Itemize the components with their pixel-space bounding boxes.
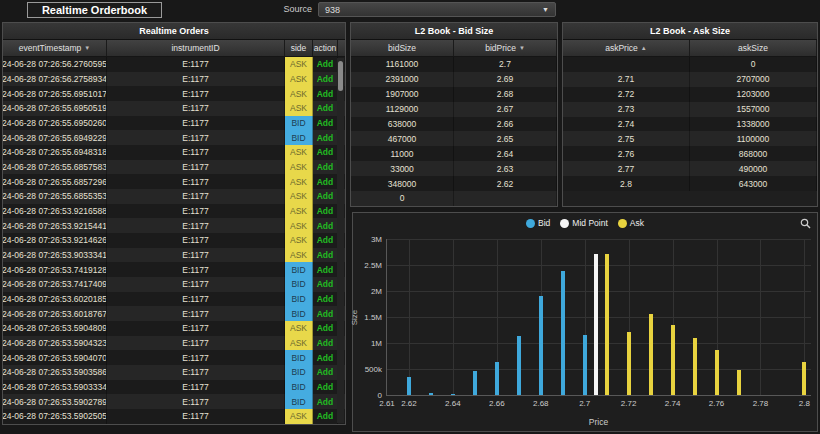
table-row[interactable]: 2024-06-28 07:26:53.590333474E:1177BIDAd… <box>3 380 345 395</box>
cell-side: BID <box>285 394 313 409</box>
column-header-action[interactable]: action <box>313 40 338 56</box>
cell-action: Add <box>313 248 338 263</box>
bar-ask[interactable] <box>737 370 741 395</box>
table-row[interactable]: 0 <box>563 57 817 72</box>
chevron-down-icon: ▼ <box>542 6 549 13</box>
column-header-side[interactable]: side <box>285 40 313 56</box>
table-row[interactable]: 11610002.7 <box>351 57 557 72</box>
source-dropdown[interactable]: 938 ▼ <box>318 2 556 17</box>
table-row[interactable]: 2024-06-28 07:26:53.590432373E:1177ASKAd… <box>3 336 345 351</box>
gridline <box>387 343 811 344</box>
table-row[interactable]: 2.731557000 <box>563 102 817 117</box>
bar-bid[interactable] <box>451 394 455 395</box>
table-row[interactable]: 2.8643000 <box>563 176 817 191</box>
table-row[interactable]: 2.741338000 <box>563 117 817 132</box>
cell-eventTimestamp: 2024-06-28 07:26:53.590278975 <box>3 394 107 409</box>
bar-ask[interactable] <box>715 350 719 395</box>
table-row[interactable]: 2024-06-28 07:26:53.921462647E:1177ASKAd… <box>3 233 345 248</box>
table-row[interactable]: 110002.64 <box>351 146 557 161</box>
column-header-bidPrice[interactable]: bidPrice▼ <box>454 40 557 56</box>
table-row[interactable]: 2024-06-28 07:26:53.590358674E:1177BIDAd… <box>3 365 345 380</box>
bar-ask[interactable] <box>605 254 609 395</box>
table-row[interactable]: 2024-06-28 07:26:55.685535323E:1177ASKAd… <box>3 189 345 204</box>
cell-instrumentID: E:1177 <box>107 394 285 409</box>
table-row[interactable]: 2024-06-28 07:26:53.590278975E:1177BIDAd… <box>3 394 345 409</box>
table-row[interactable]: 19070002.68 <box>351 87 557 102</box>
cell-bidSize: 1907000 <box>351 87 454 102</box>
table-row[interactable]: 2024-06-28 07:26:53.903334129E:1177ASKAd… <box>3 248 345 263</box>
column-header-eventTimestamp[interactable]: eventTimestamp▼ <box>3 40 107 56</box>
legend-item-ask[interactable]: Ask <box>618 218 644 228</box>
cell-askPrice: 2.71 <box>563 72 690 87</box>
cell-askPrice: 2.74 <box>563 117 690 132</box>
cell-instrumentID: E:1177 <box>107 409 285 424</box>
table-row[interactable]: 11290002.67 <box>351 102 557 117</box>
bar-ask[interactable] <box>693 338 697 395</box>
table-row[interactable]: 2.77490000 <box>563 161 817 176</box>
column-header-bidSize[interactable]: bidSize <box>351 40 454 56</box>
bar-bid[interactable] <box>561 271 565 395</box>
table-row[interactable]: 4670002.65 <box>351 131 557 146</box>
table-row[interactable]: 2024-06-28 07:26:53.921544146E:1177ASKAd… <box>3 218 345 233</box>
chart-legend: BidMid PointAsk <box>353 218 817 228</box>
bar-ask[interactable] <box>649 314 653 395</box>
cell-bidPrice: 2.7 <box>454 57 557 72</box>
orders-scrollbar[interactable] <box>337 58 344 423</box>
cell-action: Add <box>313 380 338 395</box>
bar-bid[interactable] <box>583 335 587 395</box>
table-row[interactable]: 2024-06-28 07:26:55.685729621E:1177ASKAd… <box>3 174 345 189</box>
table-row[interactable]: 2024-06-28 07:26:53.741740953E:1177BIDAd… <box>3 277 345 292</box>
bar-ask[interactable] <box>802 362 806 395</box>
table-row[interactable]: 2024-06-28 07:26:55.694922929E:1177BIDAd… <box>3 130 345 145</box>
table-row[interactable]: 23910002.69 <box>351 72 557 87</box>
table-row[interactable]: 6380002.66 <box>351 117 557 132</box>
table-row[interactable]: 3480002.62 <box>351 176 557 191</box>
legend-item-bid[interactable]: Bid <box>526 218 550 228</box>
table-row[interactable]: 2024-06-28 07:26:53.601876758E:1177BIDAd… <box>3 306 345 321</box>
bar-bid[interactable] <box>473 371 477 395</box>
column-header-askPrice[interactable]: askPrice▲ <box>563 40 690 56</box>
bar-bid[interactable] <box>495 362 499 395</box>
legend-item-mid-point[interactable]: Mid Point <box>560 218 607 228</box>
l2-ask-title: L2 Book - Ask Size <box>563 23 817 40</box>
bar-bid[interactable] <box>429 393 433 395</box>
table-row[interactable]: 2024-06-28 07:26:55.695026028E:1177BIDAd… <box>3 116 345 131</box>
table-row[interactable]: 2024-06-28 07:26:56.275893491E:1177ASKAd… <box>3 72 345 87</box>
table-row[interactable]: 2024-06-28 07:26:53.590480973E:1177ASKAd… <box>3 321 345 336</box>
cell-instrumentID: E:1177 <box>107 130 285 145</box>
table-row[interactable]: 2024-06-28 07:26:53.602018557E:1177BIDAd… <box>3 292 345 307</box>
table-row[interactable]: 2.721203000 <box>563 87 817 102</box>
bar-bid[interactable] <box>517 336 521 395</box>
table-row[interactable]: 2024-06-28 07:26:53.590250575E:1177ASKAd… <box>3 409 345 424</box>
table-row[interactable]: 2024-06-28 07:26:56.276059590E:1177ASKAd… <box>3 57 345 72</box>
l2-ask-panel: L2 Book - Ask Size askPrice▲askSize 02.7… <box>562 22 818 207</box>
table-row[interactable]: 330002.63 <box>351 161 557 176</box>
table-row[interactable]: 2024-06-28 07:26:55.694831829E:1177ASKAd… <box>3 145 345 160</box>
table-row[interactable]: 2.751100000 <box>563 131 817 146</box>
table-row[interactable]: 2024-06-28 07:26:55.685758321E:1177ASKAd… <box>3 160 345 175</box>
orders-header-row: eventTimestamp▼instrumentIDsideaction <box>3 40 345 57</box>
table-row[interactable]: 2024-06-28 07:26:53.921658845E:1177ASKAd… <box>3 204 345 219</box>
table-row[interactable]: 2.712707000 <box>563 72 817 87</box>
bar-mid-point[interactable] <box>594 254 598 395</box>
column-header-askSize[interactable]: askSize <box>690 40 817 56</box>
zoom-search-icon[interactable] <box>800 218 811 229</box>
table-row[interactable]: 2.76868000 <box>563 146 817 161</box>
table-row[interactable]: 2024-06-28 07:26:55.695051927E:1177ASKAd… <box>3 101 345 116</box>
legend-marker-icon <box>526 219 535 228</box>
orders-scrollbar-thumb[interactable] <box>338 61 343 91</box>
cell-instrumentID: E:1177 <box>107 57 285 72</box>
bar-bid[interactable] <box>407 377 411 395</box>
table-row[interactable]: 2024-06-28 07:26:55.695101727E:1177ASKAd… <box>3 86 345 101</box>
cell-askSize: 1100000 <box>690 131 817 146</box>
cell-action: Add <box>313 116 338 131</box>
cell-instrumentID: E:1177 <box>107 321 285 336</box>
column-header-instrumentID[interactable]: instrumentID <box>107 40 285 56</box>
cell-side: BID <box>285 130 313 145</box>
bar-ask[interactable] <box>627 332 631 395</box>
table-row[interactable]: 2024-06-28 07:26:53.741912851E:1177BIDAd… <box>3 262 345 277</box>
bar-ask[interactable] <box>671 325 675 395</box>
bar-bid[interactable] <box>539 296 543 395</box>
table-row[interactable]: 2024-06-28 07:26:53.590407073E:1177BIDAd… <box>3 350 345 365</box>
table-row[interactable]: 0 <box>351 191 557 206</box>
